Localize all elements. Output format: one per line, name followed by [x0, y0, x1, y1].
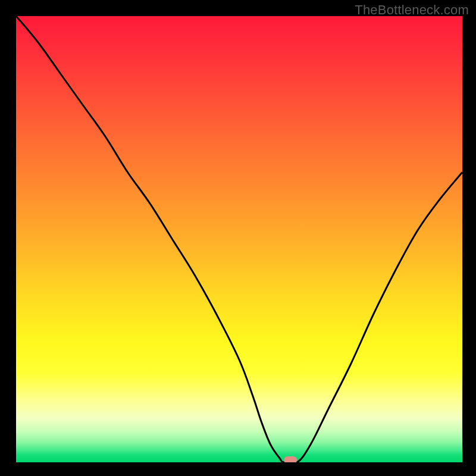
optimal-marker — [284, 456, 297, 462]
bottleneck-curve — [16, 16, 462, 462]
curve-layer — [16, 16, 462, 462]
plot-area — [16, 16, 462, 462]
chart-stage: TheBottleneck.com — [0, 0, 476, 476]
watermark-text: TheBottleneck.com — [355, 2, 469, 18]
